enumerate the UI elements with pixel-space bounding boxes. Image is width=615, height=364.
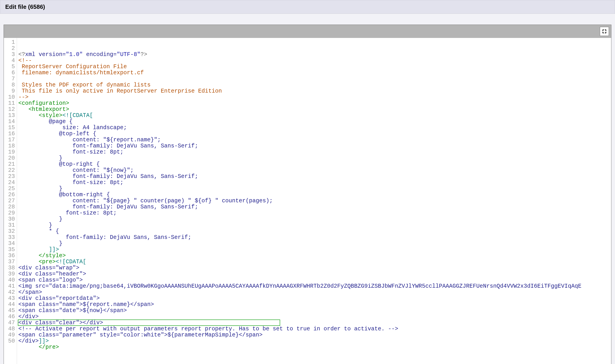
code-line[interactable] (18, 76, 611, 82)
line-number: 15 (4, 125, 15, 131)
line-number: 42 (4, 289, 15, 295)
line-number: 37 (4, 259, 15, 265)
code-line[interactable]: <img src="data:image/png;base64,iVBORw0K… (18, 283, 611, 289)
code-line[interactable]: content: "${now}"; (18, 167, 611, 173)
code-line[interactable]: font-family: DejaVu Sans, Sans-Serif; (18, 173, 611, 180)
code-line[interactable]: --> (18, 94, 611, 100)
code-line[interactable]: size: A4 landscape; (18, 125, 611, 131)
line-number: 38 (4, 265, 15, 271)
code-line[interactable]: @bottom-right { (18, 192, 611, 198)
code-line[interactable]: <!-- (18, 58, 611, 64)
code-line[interactable]: } (18, 222, 611, 228)
line-number: 7 (4, 76, 15, 82)
code-line[interactable]: <span class="logo"> (18, 277, 611, 283)
titlebar: Edit file (6586) (0, 0, 615, 14)
code-line[interactable]: <div class="reportdata"> (18, 295, 611, 301)
code-line[interactable]: <configuration> (18, 100, 611, 106)
line-number: 8 (4, 82, 15, 88)
line-number: 40 (4, 277, 15, 283)
code-line[interactable]: <span class="parameter" style="color:whi… (18, 332, 611, 338)
code-line[interactable]: content: "${report.name}"; (18, 137, 611, 143)
line-number: 12 (4, 106, 15, 112)
line-number: 34 (4, 240, 15, 247)
code-line[interactable]: font-size: 8pt; (18, 180, 611, 186)
line-number: 47 (4, 320, 15, 326)
code-line[interactable]: @page { (18, 118, 611, 125)
code-line[interactable]: <span class="name">${report.name}</span> (18, 301, 611, 308)
line-number: 28 (4, 204, 15, 210)
line-number: 22 (4, 167, 15, 173)
line-number: 3 (4, 52, 15, 58)
line-number: 43 (4, 295, 15, 301)
line-number: 49 (4, 332, 15, 338)
code-line[interactable]: <?xml version="1.0" encoding="UTF-8"?> (18, 52, 611, 58)
code-line[interactable] (18, 350, 611, 356)
line-number: 10 (4, 94, 15, 100)
line-number: 2 (4, 45, 15, 52)
line-number: 14 (4, 118, 15, 125)
code-line[interactable]: @top-right { (18, 161, 611, 167)
code-line[interactable]: </style> (18, 253, 611, 259)
code-line[interactable]: <style><![CDATA[ (18, 112, 611, 118)
code-line[interactable]: } (18, 186, 611, 192)
code-line[interactable]: font-family: DejaVu Sans, Sans-Serif; (18, 234, 611, 240)
line-number: 18 (4, 143, 15, 149)
code-line[interactable]: content: "${page} " counter(page) " ${of… (18, 198, 611, 204)
line-number: 36 (4, 253, 15, 259)
code-line[interactable]: </pre> (18, 344, 611, 350)
line-number: 50 (4, 338, 15, 344)
editor-window: Edit file (6586) 12345678910111213141516… (0, 0, 615, 364)
code-line[interactable]: filename: dynamiclists/htmlexport.cf (18, 70, 611, 76)
line-number: 23 (4, 173, 15, 180)
line-number: 32 (4, 228, 15, 234)
line-number: 39 (4, 271, 15, 277)
code-line[interactable]: @top-left { (18, 131, 611, 137)
code-line[interactable]: font-family: DejaVu Sans, Sans-Serif; (18, 204, 611, 210)
code-line[interactable]: Styles the PDF export of dynamic lists (18, 82, 611, 88)
code-line[interactable]: </div> (18, 314, 611, 320)
code-line[interactable]: font-size: 8pt; (18, 210, 611, 216)
code-line[interactable]: } (18, 155, 611, 161)
code-line[interactable]: ]]> (18, 247, 611, 253)
line-number: 27 (4, 198, 15, 204)
line-number: 48 (4, 326, 15, 332)
line-number: 31 (4, 222, 15, 228)
line-number: 5 (4, 64, 15, 70)
code-line[interactable]: <htmlexport> (18, 106, 611, 112)
code-line[interactable]: } (18, 240, 611, 247)
line-number: 44 (4, 301, 15, 308)
line-number: 20 (4, 155, 15, 161)
code-line[interactable]: <div class="wrap"> (18, 265, 611, 271)
line-number: 11 (4, 100, 15, 106)
expand-icon (602, 29, 607, 34)
line-number: 41 (4, 283, 15, 289)
code-line[interactable]: ReportServer Configuration File (18, 64, 611, 70)
code-line[interactable]: </div>]]> (18, 338, 611, 344)
code-editor[interactable]: 1234567891011121314151617181920212223242… (4, 38, 611, 364)
code-line[interactable]: </span> (18, 289, 611, 295)
code-line[interactable]: font-family: DejaVu Sans, Sans-Serif; (18, 143, 611, 149)
code-line[interactable]: <div class="clear"></div> (18, 320, 611, 326)
line-number: 29 (4, 210, 15, 216)
line-number: 16 (4, 131, 15, 137)
code-line[interactable]: font-size: 8pt; (18, 149, 611, 155)
code-line[interactable]: * { (18, 228, 611, 234)
line-number: 1 (4, 39, 15, 45)
code-line[interactable]: <!-- Activate per report with output par… (18, 326, 611, 332)
line-number: 33 (4, 234, 15, 240)
editor-frame: 1234567891011121314151617181920212223242… (4, 25, 611, 364)
code-line[interactable]: <span class="date">${now}</span> (18, 308, 611, 314)
line-number: 9 (4, 88, 15, 94)
line-number: 19 (4, 149, 15, 155)
body-area: 1234567891011121314151617181920212223242… (0, 14, 615, 364)
line-number: 4 (4, 58, 15, 64)
code-content[interactable]: <?xml version="1.0" encoding="UTF-8"?><!… (17, 38, 611, 364)
line-number: 35 (4, 247, 15, 253)
code-line[interactable]: This file is only active in ReportServer… (18, 88, 611, 94)
fullscreen-button[interactable] (600, 27, 609, 36)
code-line[interactable]: <pre><![CDATA[ (18, 259, 611, 265)
code-line[interactable]: <div class="header"> (18, 271, 611, 277)
line-number: 45 (4, 308, 15, 314)
line-number-gutter: 1234567891011121314151617181920212223242… (4, 38, 17, 364)
code-line[interactable]: } (18, 216, 611, 222)
